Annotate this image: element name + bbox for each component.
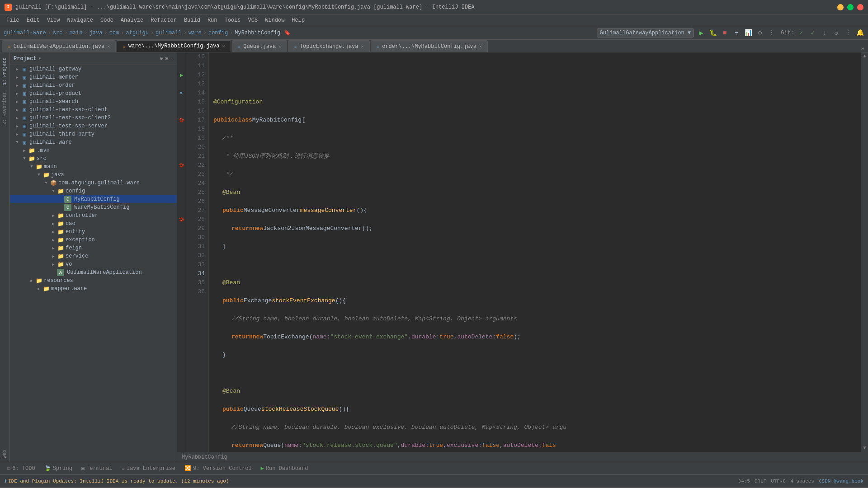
- sidebar-dropdown-icon[interactable]: ▾: [38, 55, 41, 62]
- sidebar-icon-collapse[interactable]: —: [170, 55, 173, 62]
- stop-button[interactable]: ■: [720, 28, 729, 38]
- status-line-ending[interactable]: CRLF: [755, 479, 766, 484]
- tree-entity[interactable]: ▶ 📁 entity: [10, 228, 177, 236]
- bottom-tab-terminal[interactable]: ▣ Terminal: [78, 464, 116, 473]
- tree-exception[interactable]: ▶ 📁 exception: [10, 236, 177, 244]
- vtab-favorites[interactable]: 2: Favorites: [0, 89, 9, 128]
- settings-button[interactable]: ⚙: [755, 28, 764, 38]
- editor[interactable]: ▶ ▼ 🫘 🫘 🫘: [177, 52, 868, 462]
- menu-edit[interactable]: Edit: [23, 16, 43, 24]
- close-button[interactable]: [857, 4, 863, 10]
- menu-run[interactable]: Run: [204, 16, 221, 24]
- status-indent[interactable]: 4 spaces: [790, 479, 814, 484]
- code-content[interactable]: @Configuration public class MyRabbitConf…: [209, 52, 861, 452]
- tree-vo[interactable]: ▶ 📁 vo: [10, 260, 177, 268]
- bottom-tab-spring[interactable]: 🍃 Spring: [41, 464, 76, 473]
- nav-atguigu[interactable]: atguigu: [126, 30, 148, 36]
- tree-src[interactable]: ▼ 📁 src: [10, 155, 177, 163]
- bottom-tab-version-control[interactable]: 🔀 9: Version Control: [181, 464, 255, 473]
- tab-overflow-icon[interactable]: »: [858, 46, 868, 52]
- tree-waremybatis[interactable]: C WareMyBatisConfig: [10, 203, 177, 211]
- status-encoding[interactable]: UTF-8: [771, 479, 786, 484]
- nav-src[interactable]: src: [53, 30, 63, 36]
- tree-mapper[interactable]: ▶ 📁 mapper.ware: [10, 285, 177, 293]
- nav-ware2[interactable]: ware: [189, 30, 202, 36]
- tab-close-wareapp[interactable]: ✕: [107, 44, 110, 49]
- tab-close-myrabbit[interactable]: ✕: [222, 43, 225, 49]
- menu-analyze[interactable]: Analyze: [117, 16, 147, 24]
- tab-close-topic[interactable]: ✕: [361, 44, 364, 49]
- git-push-icon[interactable]: ✓: [808, 28, 817, 38]
- tree-myrabbitconfig[interactable]: C MyRabbitConfig: [10, 195, 177, 203]
- menu-code[interactable]: Code: [97, 16, 117, 24]
- sidebar-icon-locate[interactable]: ⊕: [160, 55, 163, 62]
- menu-vcs[interactable]: VCS: [245, 16, 262, 24]
- tree-gulimall-gateway[interactable]: ▶ ▣ gulimall-gateway: [10, 65, 177, 73]
- tab-gulimallwareapp[interactable]: ☕ GulimallWareApplication.java ✕: [2, 40, 116, 52]
- nav-config[interactable]: config: [208, 30, 228, 36]
- tree-java[interactable]: ▼ 📁 java: [10, 171, 177, 179]
- tree-sso-client2[interactable]: ▶ ▣ gulimall-test-sso-client2: [10, 114, 177, 122]
- tree-ware[interactable]: ▼ ▣ gulimall-ware: [10, 138, 177, 146]
- tree-main[interactable]: ▼ 📁 main: [10, 163, 177, 171]
- tree-third-party[interactable]: ▶ ▣ gulimall-third-party: [10, 130, 177, 138]
- vtab-project[interactable]: 1: Project: [0, 54, 9, 89]
- tree-controller[interactable]: ▶ 📁 controller: [10, 211, 177, 220]
- menu-build[interactable]: Build: [180, 16, 204, 24]
- tree-gulimall-product[interactable]: ▶ ▣ gulimall-product: [10, 89, 177, 98]
- nav-bookmark-icon[interactable]: 🔖: [284, 29, 291, 36]
- tree-sso-client[interactable]: ▶ ▣ gulimall-test-sso-client: [10, 106, 177, 114]
- nav-gulimall[interactable]: gulimall: [156, 30, 182, 36]
- tab-topicexchange[interactable]: ☕ TopicExchange.java ✕: [288, 40, 369, 52]
- status-update-warning[interactable]: ℹ IDE and Plugin Updates: IntelliJ IDEA …: [5, 478, 229, 484]
- run-config-select[interactable]: GulimallGatewayApplication ▼: [597, 28, 694, 38]
- scroll-up[interactable]: ▲: [862, 52, 867, 60]
- tree-service[interactable]: ▶ 📁 service: [10, 252, 177, 260]
- tree-gulimall-search[interactable]: ▶ ▣ gulimall-search: [10, 98, 177, 106]
- bottom-tab-todo[interactable]: ☑ 6: TODO: [4, 464, 39, 473]
- git-revert-icon[interactable]: ↺: [832, 28, 841, 38]
- run-gutter-12[interactable]: ▶: [180, 72, 183, 79]
- menu-tools[interactable]: Tools: [221, 16, 245, 24]
- more-button[interactable]: ⋮: [767, 28, 776, 38]
- tab-ordermyrabbit[interactable]: ☕ order\...\MyRabbitConfig.java ✕: [371, 40, 488, 52]
- menu-window[interactable]: Window: [261, 16, 288, 24]
- tab-queue[interactable]: ☕ Queue.java ✕: [232, 40, 288, 52]
- status-position[interactable]: 34:5: [738, 479, 750, 484]
- sidebar-icon-settings[interactable]: ⚙: [165, 55, 168, 62]
- nav-ware[interactable]: gulimall-ware: [4, 30, 46, 36]
- minimize-button[interactable]: [837, 4, 844, 10]
- bottom-tab-run-dashboard[interactable]: ▶ Run Dashboard: [257, 464, 312, 473]
- tab-myrabbitconfig[interactable]: ☕ ware\...\MyRabbitConfig.java ✕: [117, 40, 231, 52]
- menu-help[interactable]: Help: [288, 16, 308, 24]
- tree-package[interactable]: ▼ 📦 com.atguigu.gulimall.ware: [10, 179, 177, 187]
- profile-button[interactable]: 📊: [744, 28, 753, 38]
- tab-close-queue[interactable]: ✕: [278, 44, 281, 49]
- menu-file[interactable]: File: [3, 16, 23, 24]
- git-more-icon[interactable]: ⋮: [844, 28, 853, 38]
- menu-navigate[interactable]: Navigate: [63, 16, 97, 24]
- git-update-icon[interactable]: ↓: [820, 28, 829, 38]
- run-button[interactable]: ▶: [697, 28, 706, 38]
- window-controls[interactable]: [837, 4, 863, 10]
- tree-gulimallwareapp[interactable]: A GulimallWareApplication: [10, 268, 177, 277]
- tree-gulimall-member[interactable]: ▶ ▣ gulimall-member: [10, 73, 177, 81]
- tree-gulimall-order[interactable]: ▶ ▣ gulimall-order: [10, 81, 177, 89]
- bottom-tab-java-enterprise[interactable]: ☕ Java Enterprise: [118, 464, 179, 473]
- menu-refactor[interactable]: Refactor: [147, 16, 180, 24]
- menu-view[interactable]: View: [43, 16, 64, 24]
- tree-dao[interactable]: ▶ 📁 dao: [10, 220, 177, 228]
- maximize-button[interactable]: [847, 4, 854, 10]
- scroll-down[interactable]: ▼: [862, 444, 867, 452]
- notification-icon[interactable]: 🔔: [855, 28, 864, 38]
- nav-com[interactable]: com: [109, 30, 119, 36]
- coverage-button[interactable]: ☂: [732, 28, 741, 38]
- code-area[interactable]: ▶ ▼ 🫘 🫘 🫘: [177, 52, 868, 452]
- nav-myrabbitconfig[interactable]: MyRabbitConfig: [235, 30, 280, 36]
- nav-java[interactable]: java: [90, 30, 103, 36]
- debug-button[interactable]: 🐛: [708, 28, 717, 38]
- tree-resources[interactable]: ▶ 📁 resources: [10, 277, 177, 285]
- fold-14[interactable]: ▼: [179, 91, 182, 96]
- tree-sso-server[interactable]: ▶ ▣ gulimall-test-sso-server: [10, 122, 177, 130]
- tree-mvn[interactable]: ▶ 📁 .mvn: [10, 146, 177, 155]
